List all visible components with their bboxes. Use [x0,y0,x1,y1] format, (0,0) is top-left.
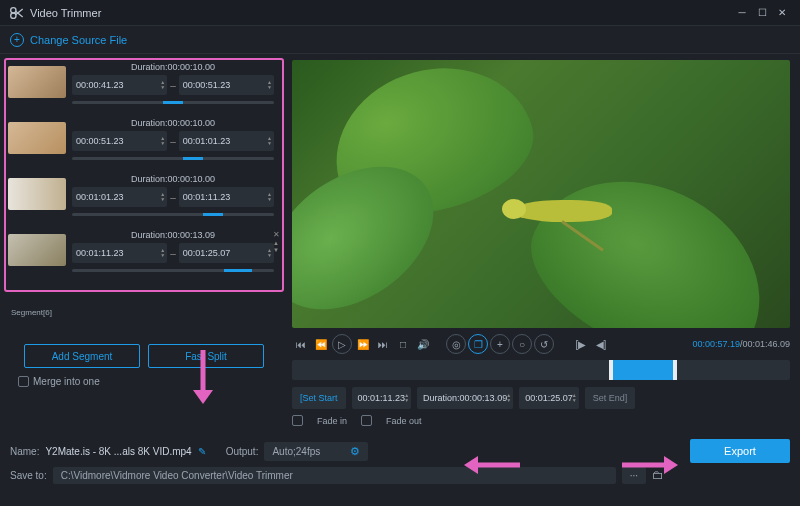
plus-circle-icon: + [10,33,24,47]
segment-thumbnail[interactable] [8,66,66,98]
fade-in-checkbox[interactable] [292,415,303,426]
delete-segment-icon[interactable]: ✕ [273,230,280,239]
title-bar: Video Trimmer ─ ☐ ✕ [0,0,800,26]
segment-row[interactable]: Duration:00:00:10.00 00:01:01.23▲▼ – 00:… [6,174,280,216]
snapshot-icon[interactable]: ◎ [446,334,466,354]
svg-point-0 [11,7,16,12]
segment-end-input[interactable]: 00:01:11.23▲▼ [179,187,274,207]
set-end-button[interactable]: Set End ] [585,387,636,409]
segment-list-pane: Duration:00:00:10.00 00:00:41.23▲▼ – 00:… [0,54,284,434]
volume-icon[interactable]: 🔊 [414,335,432,353]
change-source-label: Change Source File [30,34,127,46]
segment-slider[interactable] [72,213,274,216]
move-up-icon[interactable]: ▲ [273,240,280,246]
forward-icon[interactable]: ⏩ [354,335,372,353]
timestamp: 00:00:57.19/00:01:46.09 [692,339,790,349]
output-format-select[interactable]: Auto;24fps ⚙ [264,442,368,461]
bracket-start-icon[interactable]: [▶ [572,335,590,353]
skip-end-icon[interactable]: ⏭ [374,335,392,353]
segment-slider[interactable] [72,269,274,272]
maximize-button[interactable]: ☐ [752,3,772,23]
fast-split-button[interactable]: Fast Split [148,344,264,368]
file-name: Y2Mate.is - 8K ...als 8K VID.mp4 [45,446,191,457]
reset-icon[interactable]: ↺ [534,334,554,354]
segment-start-input[interactable]: 00:01:11.23▲▼ [72,243,167,263]
duration-input[interactable]: Duration:00:00:13.09▲▼ [417,387,513,409]
segment-duration: Duration:00:00:13.09 [72,230,274,240]
play-icon[interactable]: ▷ [332,334,352,354]
merge-checkbox[interactable] [18,376,29,387]
segment-thumbnail[interactable] [8,234,66,266]
spinner-icon[interactable]: ▲▼ [267,192,272,202]
spinner-icon[interactable]: ▲▼ [160,248,165,258]
dash-icon: – [170,248,176,259]
fade-out-label: Fade out [386,416,422,426]
fade-out-checkbox[interactable] [361,415,372,426]
segment-slider[interactable] [72,101,274,104]
segment-highlight-box: Duration:00:00:10.00 00:00:41.23▲▼ – 00:… [4,58,284,292]
segment-start-input[interactable]: 00:00:51.23▲▼ [72,131,167,151]
dash-icon: – [170,192,176,203]
spinner-icon[interactable]: ▲▼ [160,80,165,90]
segment-end-input[interactable]: 00:01:01.23▲▼ [179,131,274,151]
export-button[interactable]: Export [690,439,790,463]
start-time-input[interactable]: 00:01:11.23▲▼ [352,387,412,409]
merge-label: Merge into one [33,376,100,387]
spinner-icon[interactable]: ▲▼ [404,393,409,403]
fade-in-label: Fade in [317,416,347,426]
skip-start-icon[interactable]: ⏮ [292,335,310,353]
gear-icon[interactable]: ⚙ [350,445,360,458]
segment-row[interactable]: Duration:00:00:10.00 00:00:51.23▲▼ – 00:… [6,118,280,160]
spinner-icon[interactable]: ▲▼ [267,136,272,146]
rewind-icon[interactable]: ⏪ [312,335,330,353]
set-start-button[interactable]: [ Set Start [292,387,346,409]
end-time-input[interactable]: 00:01:25.07▲▼ [519,387,579,409]
minimize-button[interactable]: ─ [732,3,752,23]
timeline-selection[interactable] [611,360,676,380]
output-format-value: Auto;24fps [272,446,320,457]
timeline[interactable] [292,360,790,380]
edit-name-icon[interactable]: ✎ [198,446,206,457]
spinner-icon[interactable]: ▲▼ [506,393,511,403]
bottom-bar: Name: Y2Mate.is - 8K ...als 8K VID.mp4 ✎… [0,434,800,492]
segment-thumbnail[interactable] [8,178,66,210]
move-down-icon[interactable]: ▼ [273,247,280,253]
segment-thumbnail[interactable] [8,122,66,154]
segment-start-input[interactable]: 00:00:41.23▲▼ [72,75,167,95]
segment-duration: Duration:00:00:10.00 [72,174,274,184]
spinner-icon[interactable]: ▲▼ [572,393,577,403]
bracket-end-icon[interactable]: ◀] [592,335,610,353]
circle-icon[interactable]: ○ [512,334,532,354]
segment-row[interactable]: Duration:00:00:13.09 00:01:11.23▲▼ – 00:… [6,230,280,272]
output-label: Output: [226,446,259,457]
svg-point-1 [11,13,16,18]
segment-slider[interactable] [72,157,274,160]
segment-duration: Duration:00:00:10.00 [72,118,274,128]
player-controls: ⏮ ⏪ ▷ ⏩ ⏭ □ 🔊 ◎ ❐ + ○ ↺ [▶ ◀] 00:00:57.1… [292,328,790,360]
browse-button[interactable]: ··· [622,467,646,484]
segment-row[interactable]: Duration:00:00:10.00 00:00:41.23▲▼ – 00:… [6,62,280,104]
app-logo-icon [8,5,24,21]
add-icon[interactable]: + [490,334,510,354]
preview-pane: ⏮ ⏪ ▷ ⏩ ⏭ □ 🔊 ◎ ❐ + ○ ↺ [▶ ◀] 00:00:57.1… [284,54,800,434]
open-folder-icon[interactable]: 🗀 [652,468,664,482]
segment-label: Segment[6] [11,308,52,317]
save-to-label: Save to: [10,470,47,481]
segment-end-input[interactable]: 00:01:25.07▲▼ [179,243,274,263]
spinner-icon[interactable]: ▲▼ [267,80,272,90]
close-button[interactable]: ✕ [772,3,792,23]
video-preview[interactable] [292,60,790,328]
segment-end-input[interactable]: 00:00:51.23▲▼ [179,75,274,95]
segment-duration: Duration:00:00:10.00 [72,62,274,72]
spinner-icon[interactable]: ▲▼ [160,192,165,202]
segment-start-input[interactable]: 00:01:01.23▲▼ [72,187,167,207]
spinner-icon[interactable]: ▲▼ [267,248,272,258]
name-label: Name: [10,446,39,457]
copy-icon[interactable]: ❐ [468,334,488,354]
spinner-icon[interactable]: ▲▼ [160,136,165,146]
stop-icon[interactable]: □ [394,335,412,353]
change-source-bar[interactable]: + Change Source File [0,26,800,54]
add-segment-button[interactable]: Add Segment [24,344,140,368]
dash-icon: – [170,136,176,147]
save-path: C:\Vidmore\Vidmore Video Converter\Video… [53,467,616,484]
